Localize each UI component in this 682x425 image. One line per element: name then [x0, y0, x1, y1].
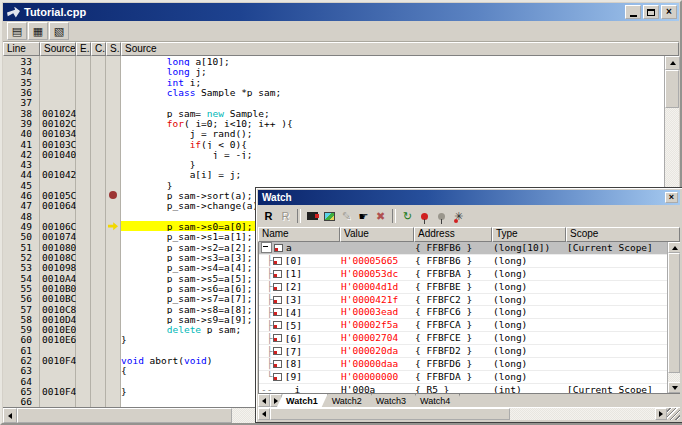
- column-c-cell[interactable]: [91, 293, 106, 303]
- column-header-s[interactable]: S..: [106, 42, 121, 56]
- vertical-scroll-thumb[interactable]: [665, 70, 679, 108]
- column-s-cell[interactable]: [106, 386, 121, 396]
- column-e-cell[interactable]: [76, 190, 91, 200]
- column-s-cell[interactable]: [106, 273, 121, 283]
- column-e-cell[interactable]: [76, 211, 91, 221]
- column-s-cell[interactable]: [106, 221, 121, 231]
- column-s-cell[interactable]: [106, 314, 121, 324]
- column-s-cell[interactable]: [106, 169, 121, 179]
- title-bar[interactable]: Tutorial.cpp ×: [3, 3, 679, 21]
- column-s-cell[interactable]: [106, 252, 121, 262]
- column-s-cell[interactable]: [106, 345, 121, 355]
- source-line[interactable]: a[i] = j;: [121, 169, 679, 179]
- column-e-cell[interactable]: [76, 180, 91, 190]
- watch-row[interactable]: ├[6]H'00002704{ FFBFCE }(long): [259, 332, 680, 345]
- column-c-cell[interactable]: [91, 97, 106, 107]
- column-s-cell[interactable]: [106, 56, 121, 66]
- column-c-cell[interactable]: [91, 231, 106, 241]
- watch-column-header-address[interactable]: Address: [414, 227, 492, 242]
- column-c-cell[interactable]: [91, 190, 106, 200]
- code-row[interactable]: 36 class Sample *p_sam;: [3, 87, 679, 97]
- code-row[interactable]: 33 long a[10];: [3, 56, 679, 66]
- column-e-cell[interactable]: [76, 87, 91, 97]
- column-s-cell[interactable]: [106, 190, 121, 200]
- watch-vertical-scrollbar[interactable]: [667, 242, 680, 393]
- column-e-cell[interactable]: [76, 159, 91, 169]
- column-c-cell[interactable]: [91, 334, 106, 344]
- add-watch-icon[interactable]: ☛: [355, 208, 372, 224]
- column-e-cell[interactable]: [76, 304, 91, 314]
- column-c-cell[interactable]: [91, 355, 106, 365]
- source-line[interactable]: long j;: [121, 66, 679, 76]
- source-line[interactable]: long a[10];: [121, 56, 679, 66]
- code-row[interactable]: 34 long j;: [3, 66, 679, 76]
- column-e-cell[interactable]: [76, 118, 91, 128]
- column-c-cell[interactable]: [91, 66, 106, 76]
- watch-row[interactable]: ├[8]H'00000daa{ FFBFD6 }(long): [259, 358, 680, 371]
- scroll-left-button[interactable]: [3, 408, 17, 423]
- column-e-cell[interactable]: [76, 365, 91, 375]
- code-row[interactable]: 37: [3, 97, 679, 107]
- tab-scroll-left-button[interactable]: [258, 394, 270, 407]
- watch-row[interactable]: ├[1]H'000053dc{ FFBFBA }(long): [259, 268, 680, 281]
- minimize-button[interactable]: [625, 5, 641, 19]
- column-s-cell[interactable]: [106, 396, 121, 406]
- watch-horizontal-scrollbar[interactable]: [258, 407, 680, 420]
- column-c-cell[interactable]: [91, 139, 106, 149]
- source-line[interactable]: j = -j;: [121, 149, 679, 159]
- watch-title-bar[interactable]: Watch ×: [258, 190, 680, 205]
- column-header-c[interactable]: C..: [91, 42, 106, 56]
- column-c-cell[interactable]: [91, 149, 106, 159]
- scroll-right-button[interactable]: [655, 408, 667, 420]
- column-c-cell[interactable]: [91, 169, 106, 179]
- source-line[interactable]: for( i=0; i<10; i++ ){: [121, 118, 679, 128]
- column-c-cell[interactable]: [91, 396, 106, 406]
- column-e-cell[interactable]: [76, 108, 91, 118]
- code-row[interactable]: 4100103C if(j < 0){: [3, 139, 679, 149]
- column-s-cell[interactable]: [106, 159, 121, 169]
- column-s-cell[interactable]: [106, 87, 121, 97]
- column-c-cell[interactable]: [91, 386, 106, 396]
- scroll-left-button[interactable]: [258, 408, 270, 420]
- column-c-cell[interactable]: [91, 365, 106, 375]
- tab-watch3[interactable]: Watch3: [367, 394, 416, 407]
- source-line[interactable]: class Sample *p_sam;: [121, 87, 679, 97]
- column-c-cell[interactable]: [91, 283, 106, 293]
- column-e-cell[interactable]: [76, 314, 91, 324]
- close-button[interactable]: ×: [661, 5, 677, 19]
- source-line[interactable]: if(j < 0){: [121, 139, 679, 149]
- column-e-cell[interactable]: [76, 77, 91, 87]
- column-c-cell[interactable]: [91, 211, 106, 221]
- watch-column-header-name[interactable]: Name: [258, 227, 340, 242]
- column-c-cell[interactable]: [91, 77, 106, 87]
- scroll-up-button[interactable]: [668, 242, 680, 253]
- column-s-cell[interactable]: [106, 334, 121, 344]
- watch-grid[interactable]: a{ FFBFB6 }(long[10])[Current Scope]├[0]…: [258, 242, 680, 393]
- code-row[interactable]: 3900102C for( i=0; i<10; i++ ){: [3, 118, 679, 128]
- column-e-cell[interactable]: [76, 293, 91, 303]
- delete-watch-icon[interactable]: ✖: [372, 208, 389, 224]
- pin-icon[interactable]: [416, 208, 433, 224]
- column-header-source[interactable]: Source: [121, 42, 679, 56]
- auto-update-gear-icon[interactable]: ✳: [450, 208, 467, 224]
- column-e-cell[interactable]: [76, 283, 91, 293]
- horizontal-scroll-thumb[interactable]: [17, 408, 232, 423]
- code-row[interactable]: 42001040 j = -j;: [3, 149, 679, 159]
- column-c-cell[interactable]: [91, 345, 106, 355]
- watch-column-header-type[interactable]: Type: [492, 227, 566, 242]
- camera-icon[interactable]: [304, 208, 321, 224]
- watch-row[interactable]: ├[2]H'00004d1d{ FFBFBE }(long): [259, 281, 680, 294]
- source-line[interactable]: j = rand();: [121, 128, 679, 138]
- show-disassembly-button[interactable]: ▦: [28, 22, 48, 40]
- column-s-cell[interactable]: [106, 324, 121, 334]
- code-row[interactable]: 43 }: [3, 159, 679, 169]
- column-s-cell[interactable]: [106, 77, 121, 87]
- column-c-cell[interactable]: [91, 56, 106, 66]
- scroll-down-button[interactable]: [668, 382, 680, 393]
- column-c-cell[interactable]: [91, 200, 106, 210]
- column-e-cell[interactable]: [76, 242, 91, 252]
- column-c-cell[interactable]: [91, 304, 106, 314]
- column-s-cell[interactable]: [106, 108, 121, 118]
- column-s-cell[interactable]: [106, 262, 121, 272]
- column-e-cell[interactable]: [76, 334, 91, 344]
